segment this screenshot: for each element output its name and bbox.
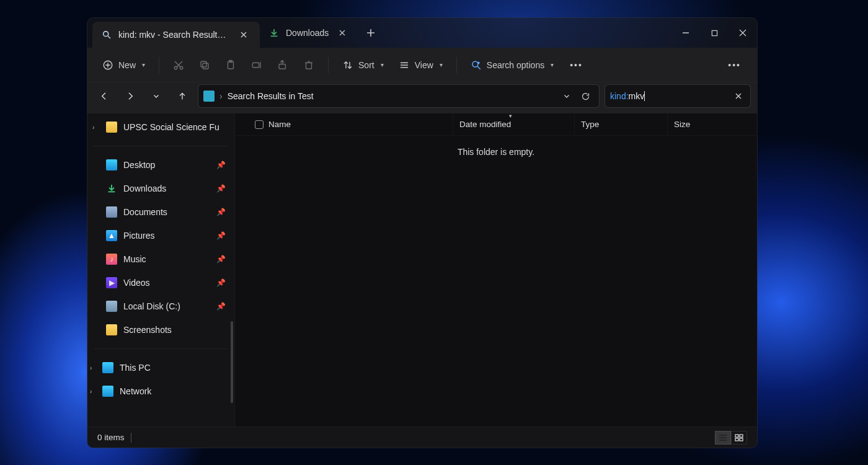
address-row: › Search Results in Test kind: mkv [87,82,757,113]
cut-button[interactable] [167,54,190,76]
view-button[interactable]: View ▾ [392,54,449,76]
copy-icon [199,60,210,71]
svg-rect-48 [740,435,743,437]
forward-button[interactable] [120,86,141,107]
svg-rect-50 [740,438,743,441]
svg-line-19 [177,61,182,67]
sidebar-item-folder[interactable]: › UPSC Social Science Fu [87,116,234,138]
close-button[interactable] [728,18,757,48]
explorer-body: › UPSC Social Science Fu Desktop 📌 Downl… [87,113,757,427]
plus-circle-icon [102,60,113,71]
sidebar-item-desktop[interactable]: Desktop 📌 [87,154,234,176]
desktop-icon [106,159,117,170]
sidebar-item-documents[interactable]: Documents 📌 [87,201,234,223]
expand-icon[interactable]: › [90,388,92,395]
delete-button[interactable] [297,54,321,76]
download-icon [268,27,280,38]
sidebar-item-this-pc[interactable]: › This PC [87,356,234,379]
search-options-button[interactable]: Search options ▾ [464,54,560,76]
column-header-name[interactable]: Name [235,113,453,135]
close-search-button[interactable]: ••• [562,54,590,76]
pictures-icon: ▲ [106,230,117,241]
empty-folder-message: This folder is empty. [235,136,757,157]
rename-button[interactable] [245,54,268,76]
file-explorer-window: kind: mkv - Search Results in Downloads [87,17,758,448]
up-button[interactable] [172,86,193,107]
sidebar-item-screenshots[interactable]: Screenshots [87,319,234,341]
sidebar-scrollbar[interactable] [231,321,233,403]
titlebar: kind: mkv - Search Results in Downloads [87,18,757,48]
column-header-size[interactable]: Size [668,113,736,135]
window-controls [671,18,757,48]
svg-line-37 [477,66,480,69]
expand-icon[interactable]: › [92,124,94,131]
column-header-type[interactable]: Type [575,113,668,135]
back-button[interactable] [94,86,115,107]
address-bar[interactable]: › Search Results in Test [198,84,600,108]
sidebar-item-videos[interactable]: ▶ Videos 📌 [87,272,234,294]
svg-rect-22 [201,61,206,67]
share-button[interactable] [271,54,294,76]
search-input[interactable]: kind: mkv [604,84,751,108]
address-history-button[interactable] [558,87,575,105]
chevron-down-icon: ▾ [440,61,443,68]
svg-rect-21 [203,63,208,69]
sidebar-item-label: Music [123,254,146,264]
tab-downloads[interactable]: Downloads [260,18,358,48]
pin-icon: 📌 [216,278,226,287]
pin-icon: 📌 [216,208,226,216]
copy-button[interactable] [193,54,216,76]
clear-search-button[interactable] [732,89,745,103]
sidebar-item-label: Local Disk (C:) [123,301,180,311]
more-button[interactable]: ••• [720,54,748,76]
rename-icon [251,60,262,71]
thumbnails-view-button[interactable] [731,431,747,445]
location-icon [203,91,215,102]
sort-icon [342,60,353,71]
search-options-icon [471,60,482,71]
new-tab-button[interactable] [358,18,383,48]
details-view-button[interactable] [715,431,731,445]
paste-icon [225,60,236,71]
sidebar-item-pictures[interactable]: ▲ Pictures 📌 [87,224,234,247]
sidebar-item-music[interactable]: ♪ Music 📌 [87,248,234,270]
sidebar-separator [94,348,228,349]
view-mode-buttons [715,431,747,445]
tab-close-button[interactable] [236,27,251,42]
tab-search-results[interactable]: kind: mkv - Search Results in [92,22,260,48]
search-kind-prefix: kind: [610,91,629,101]
select-all-checkbox[interactable] [255,120,264,129]
sort-button[interactable]: Sort ▾ [336,54,390,76]
cut-icon [173,60,184,71]
sidebar-item-label: UPSC Social Science Fu [123,122,219,132]
sidebar-item-label: Pictures [123,231,155,241]
sidebar-item-local-disk[interactable]: Local Disk (C:) 📌 [87,295,234,317]
download-icon [106,183,117,194]
sidebar-item-label: Documents [123,207,167,217]
tab-close-button[interactable] [335,25,350,40]
svg-rect-25 [252,63,259,68]
svg-rect-47 [735,435,738,437]
column-header-date[interactable]: ▾ Date modified [453,113,575,135]
new-button[interactable]: New ▾ [96,54,151,76]
refresh-button[interactable] [577,87,594,105]
svg-point-0 [104,32,108,37]
sort-indicator-icon: ▾ [509,113,512,119]
expand-icon[interactable]: › [90,365,92,371]
svg-rect-11 [712,30,717,35]
status-bar: 0 items [87,427,757,448]
chevron-down-icon: ▾ [551,61,554,68]
sidebar-item-label: Network [120,386,151,396]
svg-point-38 [477,61,480,64]
recent-locations-button[interactable] [146,86,167,107]
column-label: Type [581,120,599,129]
chevron-down-icon: ▾ [142,61,145,68]
column-label: Size [674,120,690,129]
tab-label: kind: mkv - Search Results in [118,30,230,40]
minimize-button[interactable] [671,18,700,48]
sidebar-item-network[interactable]: › Network [87,380,234,402]
maximize-button[interactable] [700,18,728,48]
paste-button[interactable] [219,54,242,76]
sidebar-item-downloads[interactable]: Downloads 📌 [87,177,234,200]
svg-rect-23 [228,61,234,69]
